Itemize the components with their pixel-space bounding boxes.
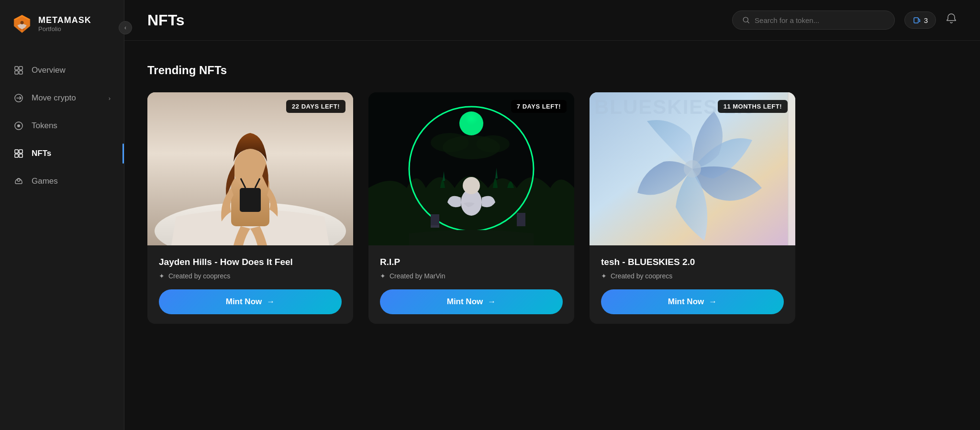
search-input[interactable] — [755, 16, 885, 24]
nft-creator-2-label: Created by MarVin — [390, 272, 445, 280]
nft-artwork-3: BLUESKIES 2.0 — [590, 92, 795, 245]
overview-icon — [13, 65, 24, 76]
nft-card-2-body: R.I.P ✦ Created by MarVin Mint Now → — [368, 245, 574, 324]
svg-rect-40 — [517, 213, 525, 226]
svg-rect-16 — [15, 150, 18, 153]
nft-card-2: 7 DAYS LEFT! R.I.P ✦ Created by MarVin M… — [368, 92, 574, 324]
nft-creator-3-label: Created by cooprecs — [611, 272, 672, 280]
nft-card-3-body: tesh - BLUESKIES 2.0 ✦ Created by coopre… — [590, 245, 795, 324]
sparkle-icon-2: ✦ — [380, 272, 386, 280]
nft-name-2: R.I.P — [380, 257, 563, 267]
nft-creator-1: ✦ Created by cooprecs — [159, 272, 342, 280]
mint-button-1-label: Mint Now — [226, 297, 262, 307]
svg-rect-28 — [240, 188, 261, 212]
sidebar-item-overview-label: Overview — [32, 66, 66, 75]
svg-point-15 — [17, 124, 20, 127]
sparkle-icon-3: ✦ — [601, 272, 607, 280]
sidebar-collapse-button[interactable]: ‹ — [119, 21, 132, 34]
sidebar-item-move-crypto[interactable]: Move crypto › — [0, 85, 124, 111]
games-icon — [13, 176, 24, 187]
mint-button-3-arrow-icon: → — [709, 297, 717, 307]
sidebar-item-move-crypto-label: Move crypto — [32, 93, 76, 103]
app-name: METAMASK — [38, 15, 91, 25]
svg-rect-39 — [431, 225, 439, 228]
nft-creator-2: ✦ Created by MarVin — [380, 272, 563, 280]
mint-button-2[interactable]: Mint Now → — [380, 289, 563, 314]
svg-rect-10 — [19, 66, 22, 70]
search-icon — [742, 16, 750, 24]
days-badge-2: 7 DAYS LEFT! — [511, 100, 567, 113]
svg-rect-12 — [19, 71, 22, 74]
logo-area: METAMASK Portfolio — [0, 0, 124, 48]
move-crypto-icon — [13, 93, 24, 103]
nft-card-1-body: Jayden Hills - How Does It Feel ✦ Create… — [147, 245, 353, 324]
content-area: Trending NFTs — [124, 41, 980, 430]
svg-point-35 — [476, 135, 510, 153]
metamask-logo-icon — [11, 13, 33, 34]
sidebar-item-games[interactable]: Games — [0, 168, 124, 194]
svg-rect-22 — [914, 18, 918, 23]
tokens-icon — [13, 121, 24, 131]
svg-rect-11 — [15, 71, 18, 74]
sidebar-item-tokens-label: Tokens — [32, 121, 57, 131]
search-bar[interactable] — [732, 11, 895, 30]
gas-badge: 3 — [904, 11, 936, 29]
nft-card-3: BLUESKIES 2.0 11 MONTHS LEFT! tesh - BLU… — [590, 92, 795, 324]
gas-icon — [913, 16, 921, 24]
mint-button-2-label: Mint Now — [447, 297, 483, 307]
svg-rect-9 — [15, 66, 18, 70]
mint-button-2-arrow-icon: → — [488, 297, 496, 307]
chevron-left-icon: ‹ — [124, 24, 126, 31]
days-badge-1: 22 DAYS LEFT! — [286, 100, 345, 113]
sidebar-item-nfts-label: NFTs — [32, 149, 51, 158]
nfts-icon — [13, 148, 24, 159]
svg-rect-17 — [19, 150, 22, 153]
svg-point-42 — [684, 160, 701, 177]
sidebar-item-overview[interactable]: Overview — [0, 57, 124, 83]
nft-card-1: 22 DAYS LEFT! Jayden Hills - How Does It… — [147, 92, 353, 324]
sidebar-navigation: Overview Move crypto › Tokens — [0, 48, 124, 204]
svg-point-27 — [234, 149, 267, 189]
svg-point-37 — [463, 177, 480, 194]
main-content: NFTs 3 Trending NFTs — [124, 0, 980, 430]
svg-point-34 — [431, 133, 469, 152]
nft-image-3: BLUESKIES 2.0 11 MONTHS LEFT! — [590, 92, 795, 245]
sidebar-item-games-label: Games — [32, 176, 58, 186]
page-title: NFTs — [147, 11, 723, 29]
svg-rect-44 — [788, 92, 795, 245]
svg-rect-18 — [15, 154, 18, 157]
nft-creator-1-label: Created by cooprecs — [168, 272, 230, 280]
svg-rect-19 — [19, 154, 22, 157]
trending-section-title: Trending NFTs — [147, 64, 957, 77]
nft-name-3: tesh - BLUESKIES 2.0 — [601, 257, 784, 267]
nft-artwork-1 — [147, 92, 353, 245]
mint-button-1-arrow-icon: → — [267, 297, 275, 307]
mint-button-3-label: Mint Now — [668, 297, 704, 307]
notification-bell-icon[interactable] — [946, 13, 957, 27]
sidebar-item-nfts[interactable]: NFTs — [0, 141, 124, 166]
logo-text: METAMASK Portfolio — [38, 15, 91, 33]
nft-artwork-2 — [368, 92, 574, 245]
svg-rect-23 — [919, 21, 920, 22]
nft-creator-3: ✦ Created by cooprecs — [601, 272, 784, 280]
nft-image-1: 22 DAYS LEFT! — [147, 92, 353, 245]
mint-button-1[interactable]: Mint Now → — [159, 289, 342, 314]
nft-name-1: Jayden Hills - How Does It Feel — [159, 257, 342, 267]
days-badge-3: 11 MONTHS LEFT! — [718, 100, 788, 113]
gas-count: 3 — [924, 16, 928, 24]
sidebar-item-tokens[interactable]: Tokens — [0, 113, 124, 139]
nft-cards-grid: 22 DAYS LEFT! Jayden Hills - How Does It… — [147, 92, 957, 324]
sparkle-icon-1: ✦ — [159, 272, 165, 280]
svg-point-7 — [20, 21, 23, 24]
header: NFTs 3 — [124, 0, 980, 41]
app-subtitle: Portfolio — [38, 25, 91, 33]
nft-image-2: 7 DAYS LEFT! — [368, 92, 574, 245]
move-crypto-chevron-icon: › — [109, 95, 111, 102]
mint-button-3[interactable]: Mint Now → — [601, 289, 784, 314]
sidebar: METAMASK Portfolio Overview — [0, 0, 124, 430]
svg-point-21 — [743, 17, 748, 22]
